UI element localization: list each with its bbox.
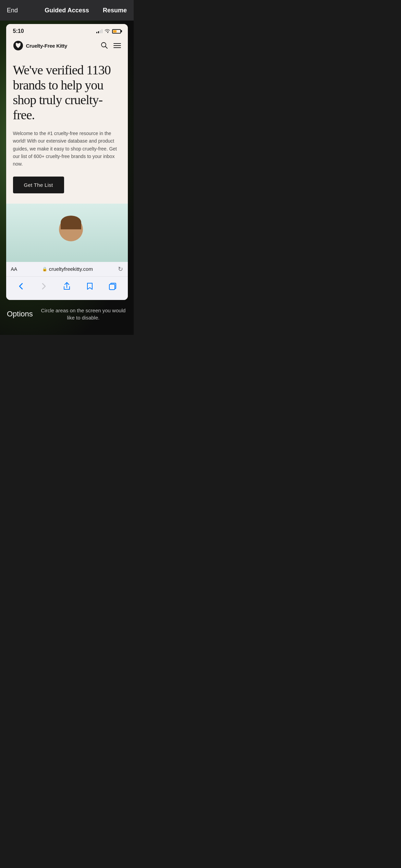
end-button[interactable]: End [7,7,18,14]
phone-frame: 5:10 [6,24,128,300]
forward-button[interactable] [37,279,51,293]
lock-icon: 🔒 [42,267,47,272]
signal-icon [96,29,102,33]
options-bar: Options Circle areas on the screen you w… [0,300,134,335]
hero-heading: We've verified 1130 brands to help you s… [13,63,121,123]
options-description: Circle areas on the screen you would lik… [40,307,127,321]
share-button[interactable] [60,279,74,293]
status-time: 5:10 [13,28,24,34]
tabs-button[interactable] [106,279,120,293]
menu-icon[interactable] [113,43,121,48]
browser-url[interactable]: crueltyfreekitty.com [49,266,93,272]
hero-subtext: Welcome to the #1 cruelty-free resource … [13,130,121,168]
status-bar: 5:10 [6,24,128,37]
url-container[interactable]: 🔒 crueltyfreekitty.com [17,266,118,272]
nav-icons [100,41,121,50]
nav-bar: Cruelty-Free Kitty [6,37,128,56]
person-image [50,217,92,262]
hero-section: We've verified 1130 brands to help you s… [6,56,128,204]
svg-rect-5 [109,284,115,290]
browser-nav-bar [6,276,128,300]
hero-image [6,204,128,262]
status-icons [96,29,121,34]
wifi-icon [105,29,110,34]
brand-name: Cruelty-Free Kitty [26,43,67,49]
bookmarks-button[interactable] [83,279,97,293]
back-button[interactable] [14,279,28,293]
get-list-button[interactable]: Get The List [13,177,64,193]
font-size-button[interactable]: AA [11,266,17,272]
reload-icon[interactable]: ↻ [118,265,123,273]
svg-line-4 [105,46,107,48]
svg-point-1 [16,43,17,44]
battery-icon [112,29,121,34]
svg-point-2 [19,43,21,44]
search-icon[interactable] [100,41,108,50]
options-button[interactable]: Options [7,310,33,318]
guided-access-title: Guided Access [45,7,89,14]
guided-access-bar: End Guided Access Resume [0,0,134,21]
brand-icon [13,40,23,51]
browser-url-bar[interactable]: AA 🔒 crueltyfreekitty.com ↻ [6,262,128,276]
brand-logo: Cruelty-Free Kitty [13,40,67,51]
resume-button[interactable]: Resume [103,7,127,14]
